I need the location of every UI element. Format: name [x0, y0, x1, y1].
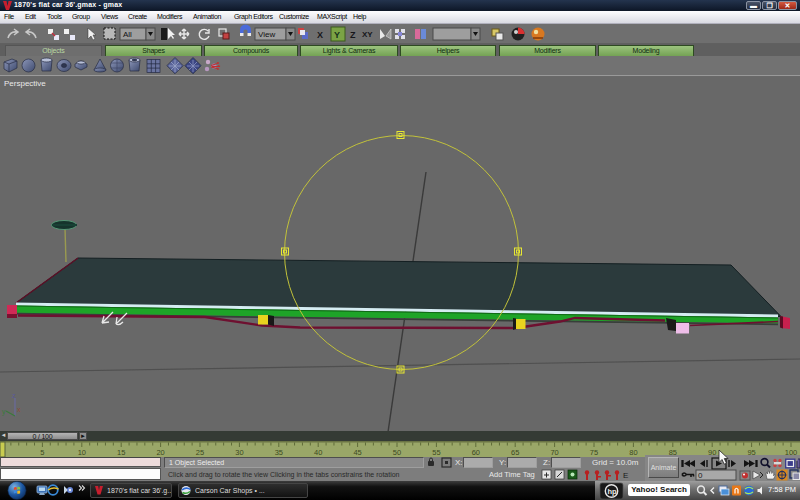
- svg-text:E: E: [623, 471, 628, 480]
- svg-text:25: 25: [196, 448, 204, 457]
- svg-text:X: X: [317, 30, 323, 40]
- svg-text:View: View: [258, 30, 275, 39]
- svg-text:20: 20: [156, 448, 164, 457]
- svg-text:60: 60: [472, 448, 480, 457]
- svg-text:Perspective: Perspective: [4, 79, 46, 88]
- svg-text:50: 50: [393, 448, 401, 457]
- svg-text:40: 40: [314, 448, 322, 457]
- svg-text:hp: hp: [608, 487, 618, 496]
- svg-text:45: 45: [353, 448, 361, 457]
- svg-text:Y: Y: [334, 30, 340, 40]
- svg-text:All: All: [123, 30, 132, 39]
- svg-text:70: 70: [550, 448, 558, 457]
- svg-text:35: 35: [275, 448, 283, 457]
- svg-text:Z: Z: [350, 30, 356, 40]
- svg-text:15: 15: [117, 448, 125, 457]
- svg-text:10: 10: [78, 448, 86, 457]
- svg-text:65: 65: [511, 448, 519, 457]
- svg-text:80: 80: [629, 448, 637, 457]
- svg-text:z: z: [12, 392, 16, 399]
- svg-text:75: 75: [590, 448, 598, 457]
- svg-text:XY: XY: [362, 30, 373, 39]
- svg-text:x: x: [17, 406, 21, 413]
- svg-text:0: 0: [698, 471, 703, 480]
- svg-text:5: 5: [40, 448, 44, 457]
- svg-text:30: 30: [235, 448, 243, 457]
- svg-text:55: 55: [432, 448, 440, 457]
- svg-text:y: y: [2, 408, 6, 416]
